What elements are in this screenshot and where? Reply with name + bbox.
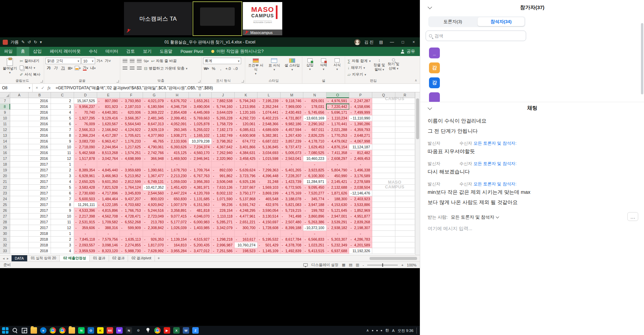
- cell-Q18[interactable]: [372, 162, 395, 167]
- cell-I31[interactable]: -4,515,927: [189, 237, 212, 242]
- cell-I13[interactable]: -1,165,102: [189, 133, 212, 138]
- close-button[interactable]: ×: [410, 40, 417, 44]
- cell-E13[interactable]: -4,417,287: [97, 133, 120, 138]
- cell-H20[interactable]: -2,213,230: [166, 173, 189, 179]
- cell-C22[interactable]: 5: [51, 185, 74, 190]
- cell-L18[interactable]: -: [257, 162, 281, 167]
- cell-B15[interactable]: 2016: [29, 144, 51, 150]
- cell-H8[interactable]: -4,346,734: [166, 104, 189, 110]
- chrome-browser-icon[interactable]: [50, 327, 56, 334]
- cell-L30[interactable]: -: [257, 231, 281, 237]
- sheet-tab-02-결과pivot[interactable]: 02 결과pivot: [128, 255, 155, 261]
- cell-A28[interactable]: [10, 219, 29, 225]
- row-header-31[interactable]: 31: [0, 237, 10, 242]
- cell-J9[interactable]: -3,644,029: [212, 110, 235, 115]
- horizontal-scrollbar[interactable]: [318, 255, 420, 261]
- cell-B11[interactable]: 2016: [29, 121, 51, 127]
- row-header-8[interactable]: 8: [0, 104, 10, 110]
- cell-Q32[interactable]: [372, 242, 395, 248]
- cell-E21[interactable]: -9,601,350: [97, 179, 120, 185]
- cell-Q20[interactable]: [372, 173, 395, 179]
- cell-A22[interactable]: [10, 185, 29, 190]
- ribbon-tab-파일[interactable]: 파일: [0, 47, 17, 56]
- cell-L16[interactable]: -3,034,693: [257, 150, 281, 156]
- cell-P31[interactable]: -4,286,783: [349, 237, 372, 242]
- cell-K13[interactable]: -4,600,908: [235, 133, 258, 138]
- cell-I29[interactable]: -1,403,985: [189, 225, 212, 231]
- cell-D14[interactable]: -3,083,730: [74, 138, 97, 144]
- cell-J29[interactable]: -3,342,079: [212, 225, 235, 231]
- page-break-view-icon[interactable]: ▥: [356, 263, 359, 267]
- row-header-12[interactable]: 12: [0, 127, 10, 133]
- cell-N26[interactable]: -199,782: [303, 208, 326, 213]
- align-middle-button[interactable]: [129, 58, 135, 64]
- cell-J32[interactable]: -2,996,987: [212, 242, 235, 248]
- cell-G30[interactable]: -: [143, 231, 166, 237]
- cell-B33[interactable]: 2018: [29, 248, 51, 254]
- align-center-button[interactable]: [129, 65, 135, 72]
- column-header-B[interactable]: B: [29, 92, 51, 98]
- cell-J33[interactable]: -7,251,586: [212, 248, 235, 254]
- cell-R26[interactable]: [395, 208, 415, 213]
- cell-E24[interactable]: -1,484,464: [97, 196, 120, 202]
- cell-C29[interactable]: 12: [51, 225, 74, 231]
- tray-icon[interactable]: [372, 330, 373, 331]
- cell-L10[interactable]: -6,402,215: [257, 115, 281, 121]
- cell-D10[interactable]: -1,927,295: [74, 115, 97, 121]
- cell-P25[interactable]: -3,533,886: [349, 202, 372, 208]
- cell-Q24[interactable]: [372, 196, 395, 202]
- cell-Q14[interactable]: [372, 138, 395, 144]
- cell-H13[interactable]: -1,938,271: [166, 133, 189, 138]
- cell-J21[interactable]: -3,506,048: [212, 179, 235, 185]
- cell-H14[interactable]: -2,133,936: [166, 138, 189, 144]
- cell-styles-button[interactable]: 셀 스타일▾: [284, 58, 301, 72]
- cell-P24[interactable]: -2,403,923: [349, 196, 372, 202]
- insert-function-icon[interactable]: fx: [48, 86, 51, 91]
- ime-indicator[interactable]: 한: [385, 328, 389, 333]
- select-all-button[interactable]: [0, 92, 10, 98]
- cell-K11[interactable]: -120,061: [235, 121, 258, 127]
- cell-M28[interactable]: -2,507,480: [281, 219, 304, 225]
- cell-B7[interactable]: 2016: [29, 98, 51, 104]
- column-header-J[interactable]: J: [212, 92, 235, 98]
- cell-K23[interactable]: -3,750,177: [235, 190, 258, 196]
- cell-C10[interactable]: 5: [51, 115, 74, 121]
- cell-A31[interactable]: [10, 237, 29, 242]
- cell-L29[interactable]: -1,728,608: [257, 225, 281, 231]
- row-header-32[interactable]: 32: [0, 242, 10, 248]
- cell-F12[interactable]: -4,124,922: [120, 127, 143, 133]
- cell-L24[interactable]: -465,548: [257, 196, 281, 202]
- cell-N17[interactable]: 10,460,223: [303, 156, 326, 162]
- merge-center-button[interactable]: ⊟병합하고 가운데 맞춤▾: [143, 65, 189, 72]
- cell-N31[interactable]: -6,566,833: [303, 237, 326, 242]
- cell-K20[interactable]: -3,723,796: [235, 173, 258, 179]
- cell-R12[interactable]: [395, 127, 415, 133]
- recipient-dropdown[interactable]: 모든 토론자 및 참석자: [451, 214, 499, 220]
- cell-N22[interactable]: -9,095,450: [303, 185, 326, 190]
- cell-B23[interactable]: 2017: [29, 190, 51, 196]
- cell-B31[interactable]: 2018: [29, 237, 51, 242]
- column-header-A[interactable]: A: [10, 92, 29, 98]
- cell-F25[interactable]: -4,703,682: [120, 202, 143, 208]
- cell-G28[interactable]: -213,783: [143, 219, 166, 225]
- cell-D20[interactable]: -6,928,961: [74, 173, 97, 179]
- cell-M14[interactable]: -3,857,239: [281, 138, 304, 144]
- cell-F19[interactable]: -3,959,689: [120, 167, 143, 173]
- delete-cells-button[interactable]: 삭제▾: [317, 58, 330, 71]
- cell-D8[interactable]: -9,956,237: [74, 104, 97, 110]
- masocampus-app-icon[interactable]: M: [116, 327, 123, 334]
- cell-I9[interactable]: -4,445,069: [189, 110, 212, 115]
- zoom-in-button[interactable]: +: [401, 263, 403, 267]
- align-bottom-button[interactable]: [136, 58, 142, 64]
- cell-D29[interactable]: -359,606: [74, 225, 97, 231]
- cell-P16[interactable]: -812,482: [349, 150, 372, 156]
- cell-B12[interactable]: 2016: [29, 127, 51, 133]
- cell-G10[interactable]: -2,481,345: [143, 115, 166, 121]
- maximize-button[interactable]: □: [399, 40, 406, 44]
- zoom-app-icon[interactable]: Z: [192, 327, 199, 334]
- user-avatar[interactable]: [354, 39, 360, 45]
- comma-style-button[interactable]: ,: [217, 65, 224, 72]
- chat-message-input[interactable]: 여기에 메시지 입력...: [428, 226, 472, 232]
- cell-R33[interactable]: [395, 248, 415, 254]
- cell-G19[interactable]: -1,390,661: [143, 167, 166, 173]
